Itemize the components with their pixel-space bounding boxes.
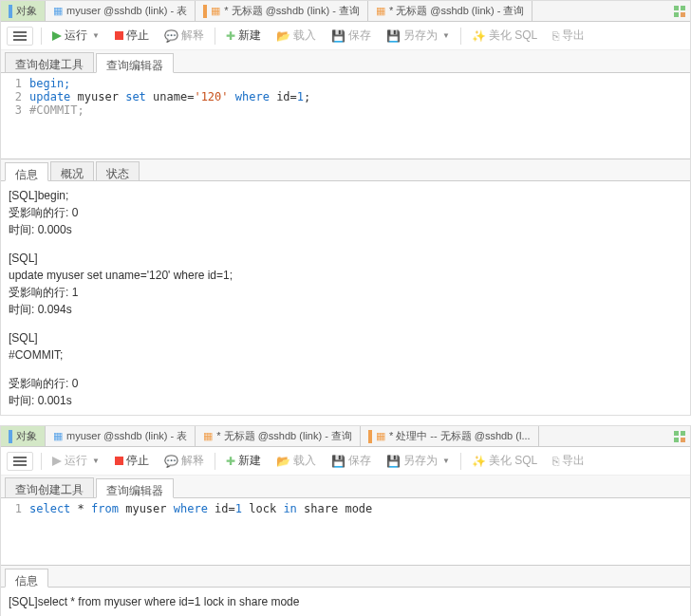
- load-button[interactable]: 📂 载入: [270, 450, 323, 472]
- run-button[interactable]: 运行▼: [46, 450, 106, 472]
- toolbar: 运行▼ 停止 💬 解释 ✚ 新建 📂 载入 💾 保存 💾 另存为▼ ✨: [1, 447, 690, 476]
- export-icon: ⎘: [552, 29, 559, 43]
- save-button[interactable]: 💾 保存: [325, 450, 378, 472]
- tab-status[interactable]: 状态: [96, 161, 140, 180]
- query-icon: ▦: [211, 5, 220, 17]
- explain-button[interactable]: 💬 解释: [158, 450, 211, 472]
- code-line: 2 update myuser set uname='120' where id…: [1, 90, 690, 103]
- code-line: 1 select * from myuser where id=1 lock i…: [1, 502, 690, 515]
- save-icon: 💾: [331, 29, 346, 43]
- result-line: 时间: 0.001s: [9, 392, 682, 409]
- play-icon: [52, 457, 62, 466]
- tab-info[interactable]: 信息: [5, 162, 48, 181]
- stop-button[interactable]: 停止: [108, 25, 156, 47]
- saveas-button[interactable]: 💾 另存为▼: [380, 25, 457, 47]
- save-icon: 💾: [331, 455, 346, 468]
- line-number: 2: [1, 90, 29, 103]
- spacer: [532, 1, 669, 21]
- tab-objects[interactable]: 对象: [1, 426, 46, 446]
- separator: [41, 453, 42, 470]
- separator: [41, 28, 42, 45]
- run-button[interactable]: 运行▼: [46, 25, 106, 47]
- btn-label: 导出: [562, 453, 585, 469]
- sql-editor[interactable]: 1 select * from myuser where id=1 lock i…: [1, 498, 690, 546]
- result-line: 受影响的行: 0: [9, 204, 682, 221]
- tab-info[interactable]: 信息: [5, 569, 48, 588]
- tab-indicator: [203, 5, 207, 18]
- stop-icon: [115, 457, 123, 465]
- beautify-button[interactable]: ✨ 美化 SQL: [465, 450, 544, 472]
- result-line: [SQL]: [9, 329, 682, 346]
- load-button[interactable]: 📂 载入: [270, 25, 323, 47]
- saveas-button[interactable]: 💾 另存为▼: [380, 450, 457, 472]
- sub-tabs: 查询创建工具 查询编辑器: [1, 476, 690, 498]
- panel-menu-icon[interactable]: [669, 1, 690, 21]
- svg-marker-10: [52, 457, 62, 466]
- tab-profile[interactable]: 概况: [50, 161, 94, 180]
- tab-query-1[interactable]: ▦ * 无标题 @sshdb (link) - 查询: [196, 1, 368, 21]
- stop-button[interactable]: 停止: [108, 450, 156, 472]
- tab-query-editor[interactable]: 查询编辑器: [96, 478, 174, 498]
- new-icon: ✚: [226, 29, 235, 43]
- tab-table[interactable]: ▦ myuser @sshdb (link) - 表: [46, 426, 196, 446]
- svg-rect-11: [115, 457, 123, 465]
- explain-button[interactable]: 💬 解释: [158, 25, 211, 47]
- spacer: [539, 426, 669, 446]
- result-line: [SQL]begin;: [9, 187, 682, 204]
- beautify-button[interactable]: ✨ 美化 SQL: [465, 25, 544, 47]
- tab-label: * 无标题 @sshdb (link) - 查询: [389, 4, 525, 18]
- new-button[interactable]: ✚ 新建: [219, 25, 268, 47]
- dropdown-icon: ▼: [92, 31, 100, 40]
- svg-rect-5: [115, 31, 123, 40]
- tab-query-builder[interactable]: 查询创建工具: [5, 52, 94, 72]
- save-button[interactable]: 💾 保存: [325, 25, 378, 47]
- result-line: 时间: 0.094s: [9, 301, 682, 318]
- svg-rect-7: [681, 431, 685, 436]
- menu-button[interactable]: [7, 27, 33, 46]
- dropdown-icon: ▼: [442, 31, 450, 40]
- result-output: [SQL]begin; 受影响的行: 0 时间: 0.000s [SQL] up…: [1, 181, 690, 415]
- new-icon: ✚: [226, 455, 235, 468]
- toolbar: 运行▼ 停止 💬 解释 ✚ 新建 📂 载入 💾 保存 💾 另存为▼ ✨: [1, 22, 690, 50]
- tab-label: 对象: [16, 429, 37, 443]
- tab-query-editor[interactable]: 查询编辑器: [96, 53, 174, 73]
- tab-indicator: [9, 430, 12, 443]
- result-tabs: 信息 概况 状态: [1, 159, 690, 181]
- tab-query-builder[interactable]: 查询创建工具: [5, 477, 94, 497]
- tab-query-2[interactable]: ▦ * 处理中 -- 无标题 @sshdb (l...: [361, 426, 539, 446]
- query-panel-1: 对象 ▦ myuser @sshdb (link) - 表 ▦ * 无标题 @s…: [0, 0, 691, 416]
- table-icon: ▦: [53, 430, 63, 442]
- btn-label: 运行: [65, 28, 87, 44]
- export-icon: ⎘: [552, 455, 559, 468]
- line-number: 1: [1, 77, 29, 90]
- load-icon: 📂: [276, 29, 290, 43]
- tab-label: 对象: [16, 4, 37, 18]
- menu-button[interactable]: [7, 452, 33, 471]
- tab-query-2[interactable]: ▦ * 无标题 @sshdb (link) - 查询: [368, 1, 533, 21]
- tab-indicator: [9, 5, 12, 18]
- new-button[interactable]: ✚ 新建: [219, 450, 268, 472]
- sql-editor[interactable]: 1 begin; 2 update myuser set uname='120'…: [1, 73, 690, 130]
- tab-label: * 处理中 -- 无标题 @sshdb (l...: [389, 429, 531, 443]
- tab-objects[interactable]: 对象: [1, 1, 46, 21]
- btn-label: 停止: [126, 28, 149, 44]
- result-tabs: 信息: [1, 565, 690, 588]
- btn-label: 停止: [126, 453, 149, 469]
- line-number: 3: [1, 103, 29, 117]
- tab-table[interactable]: ▦ myuser @sshdb (link) - 表: [46, 1, 196, 21]
- tab-query-1[interactable]: ▦ * 无标题 @sshdb (link) - 查询: [196, 426, 361, 446]
- result-line: [SQL]select * from myuser where id=1 loc…: [9, 593, 682, 610]
- btn-label: 解释: [181, 453, 204, 469]
- line-number: 1: [1, 502, 29, 515]
- export-button[interactable]: ⎘ 导出: [546, 25, 591, 47]
- result-output: [SQL]select * from myuser where id=1 loc…: [1, 588, 690, 616]
- top-tabs: 对象 ▦ myuser @sshdb (link) - 表 ▦ * 无标题 @s…: [1, 1, 690, 22]
- wand-icon: ✨: [472, 455, 486, 468]
- btn-label: 美化 SQL: [489, 28, 537, 44]
- tab-label: myuser @sshdb (link) - 表: [66, 4, 187, 18]
- query-icon: ▦: [203, 430, 213, 442]
- table-icon: ▦: [53, 5, 63, 17]
- export-button[interactable]: ⎘ 导出: [546, 450, 591, 472]
- btn-label: 另存为: [403, 28, 438, 44]
- panel-menu-icon[interactable]: [669, 426, 690, 446]
